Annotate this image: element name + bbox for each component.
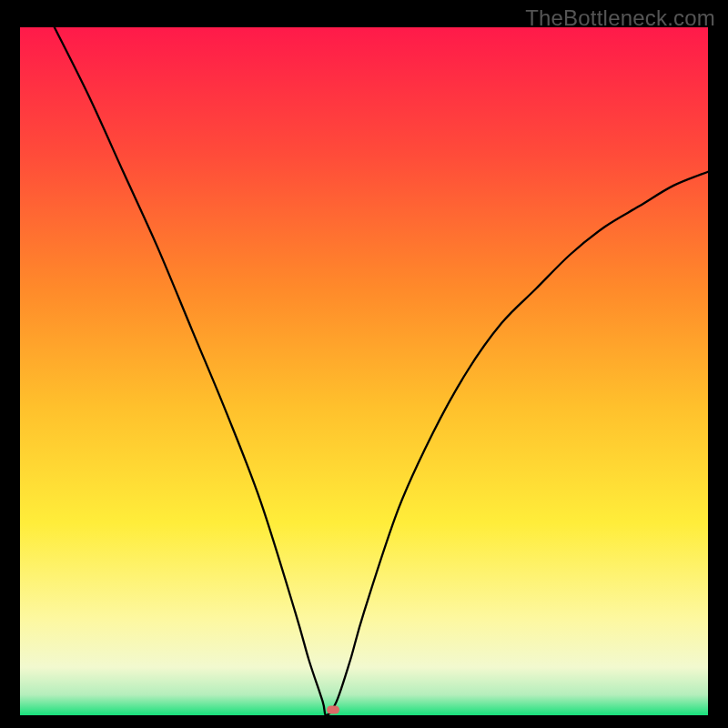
plot-area (20, 27, 708, 715)
minimum-marker-icon (327, 705, 339, 713)
chart-frame: TheBottleneck.com (0, 0, 728, 728)
bottleneck-curve (20, 27, 708, 715)
watermark-text: TheBottleneck.com (525, 5, 715, 31)
